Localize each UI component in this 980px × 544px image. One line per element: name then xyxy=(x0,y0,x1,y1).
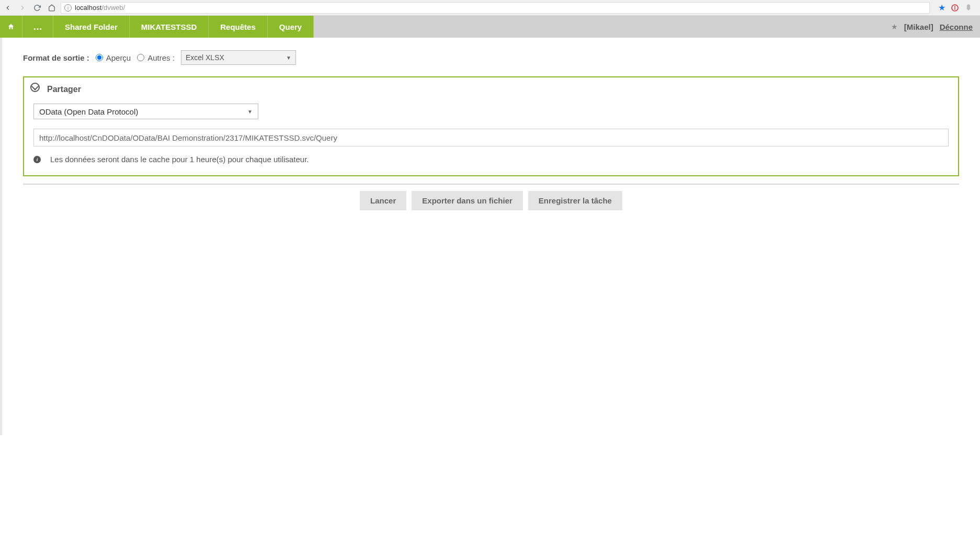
browser-nav-buttons xyxy=(4,4,55,12)
radio-autres-input[interactable] xyxy=(137,54,144,61)
back-button[interactable] xyxy=(4,4,12,12)
radio-autres[interactable]: Autres : xyxy=(137,53,175,62)
browser-right-icons: ★ xyxy=(935,3,976,13)
protocol-select[interactable]: OData (Open Data Protocol) ▼ xyxy=(33,104,258,119)
logout-link[interactable]: Déconne xyxy=(940,22,973,31)
home-button-browser[interactable] xyxy=(48,4,55,12)
format-row: Format de sortie : Aperçu Autres : Excel… xyxy=(23,50,959,65)
action-buttons: Lancer Exporter dans un fichier Enregist… xyxy=(23,191,959,210)
share-panel-title: Partager xyxy=(47,85,81,94)
caret-down-icon: ▼ xyxy=(247,109,253,115)
url-bar[interactable]: i localhost/dvweb/ xyxy=(61,2,930,14)
share-url-input[interactable] xyxy=(33,129,949,146)
nav-home-icon[interactable] xyxy=(0,16,22,38)
reload-button[interactable] xyxy=(33,4,41,12)
divider xyxy=(23,184,959,185)
format-label: Format de sortie : xyxy=(23,53,89,62)
info-icon: i xyxy=(33,156,41,163)
browser-toolbar: i localhost/dvweb/ ★ xyxy=(0,0,980,16)
extension-icon-2[interactable] xyxy=(964,4,973,12)
radio-apercu[interactable]: Aperçu xyxy=(96,53,131,62)
forward-button[interactable] xyxy=(19,4,26,12)
radio-autres-label: Autres : xyxy=(147,53,175,62)
nav-tab-query[interactable]: Query xyxy=(268,16,314,38)
nav-tab-shared-folder[interactable]: Shared Folder xyxy=(53,16,130,38)
extension-icon[interactable] xyxy=(951,4,959,12)
exporter-button[interactable]: Exporter dans un fichier xyxy=(412,191,523,210)
nav-right: ★ Mikael Déconne xyxy=(884,16,980,38)
url-text: localhost/dvweb/ xyxy=(75,4,125,12)
radio-apercu-input[interactable] xyxy=(96,54,103,61)
user-link[interactable]: Mikael xyxy=(904,22,933,31)
app-navbar: … Shared Folder MIKATESTSSD Requêtes Que… xyxy=(0,16,980,38)
bookmark-star-icon[interactable]: ★ xyxy=(938,3,945,13)
lancer-button[interactable]: Lancer xyxy=(360,191,406,210)
main-content: Format de sortie : Aperçu Autres : Excel… xyxy=(0,38,980,435)
share-info-text: Les données seront dans le cache pour 1 … xyxy=(50,155,309,164)
enregistrer-button[interactable]: Enregistrer la tâche xyxy=(528,191,622,210)
site-info-icon[interactable]: i xyxy=(64,4,72,12)
share-info-row: i Les données seront dans le cache pour … xyxy=(33,155,949,164)
share-panel-header: Partager xyxy=(30,85,949,94)
nav-ellipsis[interactable]: … xyxy=(22,16,53,38)
svg-rect-1 xyxy=(954,6,955,10)
format-select-value: Excel XLSX xyxy=(186,53,224,62)
format-select[interactable]: Excel XLSX ▼ xyxy=(181,50,296,65)
radio-apercu-label: Aperçu xyxy=(106,53,131,62)
caret-down-icon: ▼ xyxy=(286,55,291,61)
share-panel: Partager OData (Open Data Protocol) ▼ i … xyxy=(23,76,959,176)
nav-tab-mikatestssd[interactable]: MIKATESTSSD xyxy=(130,16,209,38)
nav-spacer xyxy=(314,16,884,38)
protocol-select-value: OData (Open Data Protocol) xyxy=(39,107,138,116)
favorite-star-icon[interactable]: ★ xyxy=(891,22,898,31)
nav-tab-requetes[interactable]: Requêtes xyxy=(209,16,268,38)
collapse-toggle-icon[interactable] xyxy=(30,83,40,92)
